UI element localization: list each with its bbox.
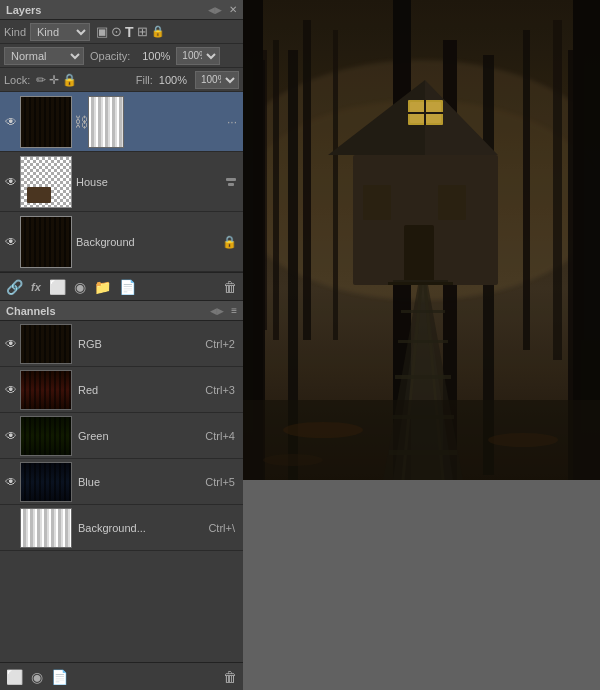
delete-channel-icon[interactable]: 🗑 [223, 669, 237, 685]
layer-name-house: House [72, 176, 225, 188]
eye-icon-background[interactable]: 👁 [2, 235, 20, 249]
eye-icon-red[interactable]: 👁 [2, 383, 20, 397]
layer-fx-icon[interactable]: fx [31, 281, 41, 293]
fill-select[interactable]: 100% 75% [195, 71, 239, 89]
channel-item-rgb[interactable]: 👁 RGB Ctrl+2 [0, 321, 243, 367]
channel-item-red[interactable]: 👁 Red Ctrl+3 [0, 367, 243, 413]
channel-thumb-red [20, 370, 72, 410]
lock-label: Lock: [4, 74, 30, 86]
channels-header-icons: ◀▶ ≡ [207, 305, 237, 316]
add-mask-icon[interactable]: ⬜ [49, 279, 66, 295]
channel-shortcut-blue: Ctrl+5 [205, 476, 241, 488]
layers-panel-header: Layers ◀▶ ✕ [0, 0, 243, 20]
fill-label: Fill: [136, 74, 153, 86]
layer-thumb-house [20, 156, 72, 208]
channel-shortcut-bg-mask: Ctrl+\ [208, 522, 241, 534]
delete-layer-icon[interactable]: 🗑 [223, 279, 237, 295]
channel-item-blue[interactable]: 👁 Blue Ctrl+5 [0, 459, 243, 505]
layer-thumb-group-background [20, 216, 72, 268]
resize-icon[interactable]: ◀▶ [205, 5, 225, 15]
channel-name-green: Green [72, 430, 205, 442]
new-layer-icon[interactable]: 📄 [119, 279, 136, 295]
lock-row: Lock: ✏ ✛ 🔒 Fill: 100% 100% 75% [0, 68, 243, 92]
smart-filter-icon[interactable]: 🔒 [151, 25, 165, 38]
eye-icon-green[interactable]: 👁 [2, 429, 20, 443]
channels-panel: Channels ◀▶ ≡ 👁 RGB Ctrl+2 👁 [0, 301, 243, 690]
lock-all-icon[interactable]: 🔒 [62, 73, 77, 87]
close-icon[interactable]: ✕ [229, 4, 237, 15]
new-channel-icon[interactable]: 📄 [51, 669, 68, 685]
eye-icon-bg-mask[interactable]: 👁 [2, 521, 20, 535]
opacity-value[interactable]: 100% [136, 50, 170, 62]
layer-item-top[interactable]: 👁 ⛓ ··· [0, 92, 243, 152]
channels-toolbar: ⬜ ◉ 📄 🗑 [0, 662, 243, 690]
channel-name-rgb: RGB [72, 338, 205, 350]
new-group-icon[interactable]: 📁 [94, 279, 111, 295]
opacity-label: Opacity: [90, 50, 130, 62]
channels-panel-title: Channels [6, 305, 56, 317]
blend-row: Normal Dissolve Multiply Opacity: 100% 1… [0, 44, 243, 68]
filter-select[interactable]: Kind Name Effect [30, 23, 90, 41]
blend-mode-select[interactable]: Normal Dissolve Multiply [4, 47, 84, 65]
load-channel-icon[interactable]: ⬜ [6, 669, 23, 685]
filter-icons: ▣ ⊙ T ⊞ 🔒 [96, 24, 165, 40]
shape-filter-icon[interactable]: ⊞ [137, 24, 148, 39]
channel-thumb-blue [20, 462, 72, 502]
lock-position-icon[interactable]: ✛ [49, 73, 59, 87]
channel-item-green[interactable]: 👁 Green Ctrl+4 [0, 413, 243, 459]
layer-mask-thumb-top [88, 96, 124, 148]
layers-panel-title: Layers [6, 4, 41, 16]
layer-more-icon[interactable]: ··· [227, 115, 241, 129]
layer-badge-house [225, 175, 241, 189]
eye-icon-rgb[interactable]: 👁 [2, 337, 20, 351]
pixel-filter-icon[interactable]: ▣ [96, 24, 108, 39]
layer-link-icon: ⛓ [74, 114, 86, 130]
type-filter-icon[interactable]: T [125, 24, 134, 40]
layer-lock-icon: 🔒 [222, 235, 241, 249]
svg-rect-0 [226, 178, 236, 181]
kind-label: Kind [4, 26, 26, 38]
channel-thumb-green [20, 416, 72, 456]
layers-list: 👁 ⛓ ··· 👁 [0, 92, 243, 272]
canvas-area [243, 0, 600, 690]
canvas-svg [243, 0, 600, 480]
filter-row: Kind Kind Name Effect ▣ ⊙ T ⊞ 🔒 [0, 20, 243, 44]
channel-name-red: Red [72, 384, 205, 396]
save-selection-icon[interactable]: ◉ [31, 669, 43, 685]
layer-name-background: Background [72, 236, 222, 248]
eye-icon-house[interactable]: 👁 [2, 175, 20, 189]
layer-thumb-background [20, 216, 72, 268]
lock-icons: ✏ ✛ 🔒 [36, 73, 77, 87]
channel-shortcut-rgb: Ctrl+2 [205, 338, 241, 350]
channel-item-background-mask[interactable]: 👁 Background... Ctrl+\ [0, 505, 243, 551]
svg-rect-46 [243, 0, 600, 480]
layer-thumb-group-top: ⛓ [20, 96, 124, 148]
layers-header-icons: ◀▶ ✕ [205, 4, 237, 15]
channel-thumb-bg-mask [20, 508, 72, 548]
canvas-gray-area [243, 480, 600, 690]
layer-thumb-group-house [20, 156, 72, 208]
layers-panel: Layers ◀▶ ✕ Kind Kind Name Effect ▣ ⊙ T … [0, 0, 243, 301]
link-layers-icon[interactable]: 🔗 [6, 279, 23, 295]
left-panel: Layers ◀▶ ✕ Kind Kind Name Effect ▣ ⊙ T … [0, 0, 243, 690]
adjust-filter-icon[interactable]: ⊙ [111, 24, 122, 39]
channel-shortcut-green: Ctrl+4 [205, 430, 241, 442]
eye-icon-layer-top[interactable]: 👁 [2, 115, 20, 129]
channel-shortcut-red: Ctrl+3 [205, 384, 241, 396]
lock-pixels-icon[interactable]: ✏ [36, 73, 46, 87]
channel-thumb-rgb [20, 324, 72, 364]
channel-name-bg-mask: Background... [72, 522, 208, 534]
layers-toolbar: 🔗 fx ⬜ ◉ 📁 📄 🗑 [0, 272, 243, 300]
layer-thumb-top [20, 96, 72, 148]
layer-item-background[interactable]: 👁 Background 🔒 [0, 212, 243, 272]
channel-name-blue: Blue [72, 476, 205, 488]
channels-list: 👁 RGB Ctrl+2 👁 Red Ctrl+3 👁 [0, 321, 243, 662]
svg-rect-1 [228, 183, 234, 186]
opacity-select[interactable]: 100% 75% 50% [176, 47, 220, 65]
channels-resize-icon[interactable]: ◀▶ [207, 306, 227, 316]
layer-item-house[interactable]: 👁 House [0, 152, 243, 212]
eye-icon-blue[interactable]: 👁 [2, 475, 20, 489]
adjustments-icon[interactable]: ◉ [74, 279, 86, 295]
fill-value[interactable]: 100% [159, 74, 187, 86]
channels-menu-icon[interactable]: ≡ [231, 305, 237, 316]
